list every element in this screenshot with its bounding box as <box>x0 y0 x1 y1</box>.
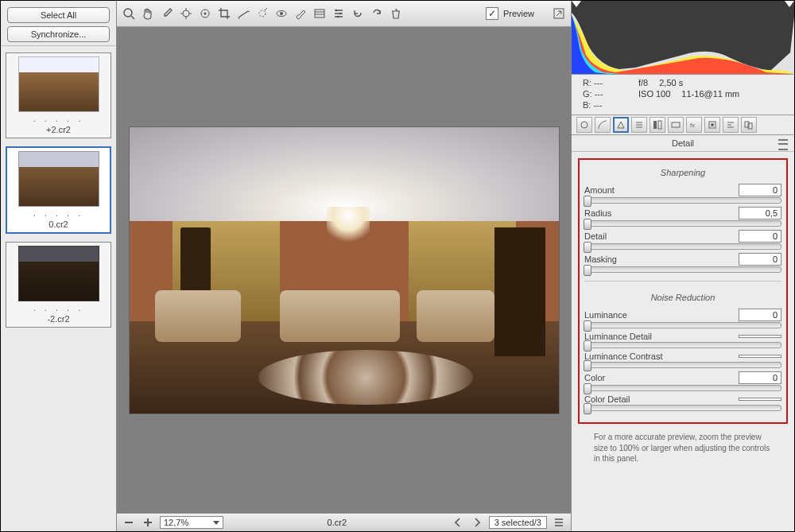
main-preview-image[interactable] <box>129 126 560 414</box>
exif-iso: ISO 100 <box>638 89 670 99</box>
thumb-caption: -2.cr2 <box>47 314 69 324</box>
snapshots-tab-icon[interactable] <box>741 117 757 133</box>
hand-icon[interactable] <box>141 6 155 21</box>
filmstrip-panel: Select All Synchronize... . . . . . +2.c… <box>1 1 117 531</box>
color-detail-input[interactable] <box>739 398 781 401</box>
zoom-icon[interactable] <box>122 6 136 21</box>
highlight-clip-icon[interactable] <box>785 1 794 7</box>
select-all-button[interactable]: Select All <box>7 7 110 23</box>
readout-row: R: --- G: --- B: --- f/8 2,50 s ISO 100 … <box>572 75 794 115</box>
zoom-stepper-minus-icon[interactable] <box>122 515 136 530</box>
zoom-stepper-plus-icon[interactable] <box>141 515 155 530</box>
fx-tab-icon[interactable]: fx <box>686 117 702 133</box>
noise-header: Noise Reduction <box>584 289 781 305</box>
nav-prev-icon[interactable] <box>451 515 465 530</box>
trash-icon[interactable] <box>389 6 403 21</box>
radius-input[interactable]: 0,5 <box>739 207 781 219</box>
exif-shutter: 2,50 s <box>659 78 683 87</box>
thumb-rating: . . . . . <box>33 208 84 218</box>
preview-checkbox[interactable]: ✓ <box>486 7 498 20</box>
lens-tab-icon[interactable] <box>668 117 684 133</box>
masking-slider[interactable] <box>584 266 781 273</box>
detail-highlight-box: Sharpening Amount 0 Radius 0,5 Detail 0 <box>578 158 788 424</box>
adjustment-brush-icon[interactable] <box>293 6 308 21</box>
shadow-clip-icon[interactable] <box>572 1 581 7</box>
thumb-image <box>18 151 99 207</box>
nav-next-icon[interactable] <box>470 515 484 530</box>
wb-eyedropper-icon[interactable] <box>160 6 174 21</box>
straighten-icon[interactable] <box>236 6 250 21</box>
split-tab-icon[interactable] <box>650 117 665 133</box>
amount-input[interactable]: 0 <box>739 184 781 196</box>
svg-point-10 <box>339 13 342 15</box>
menu-icon[interactable] <box>552 515 566 530</box>
svg-rect-8 <box>315 10 324 17</box>
svg-point-9 <box>335 10 338 12</box>
curve-tab-icon[interactable] <box>595 117 611 133</box>
thumbnail[interactable]: . . . . . +2.cr2 <box>6 52 111 138</box>
luminance-detail-label: Luminance Detail <box>584 332 731 341</box>
hsl-tab-icon[interactable] <box>631 117 647 133</box>
svg-point-4 <box>204 13 207 15</box>
spot-removal-icon[interactable] <box>255 6 270 21</box>
exif-aperture: f/8 <box>638 78 648 87</box>
luminance-contrast-label: Luminance Contrast <box>584 351 731 361</box>
color-sampler-icon[interactable] <box>179 6 193 21</box>
svg-rect-14 <box>653 121 657 129</box>
rotate-ccw-icon[interactable] <box>351 6 365 21</box>
luminance-contrast-input[interactable] <box>739 355 781 358</box>
panel-menu-icon[interactable] <box>778 139 788 150</box>
radius-label: Radius <box>584 208 731 218</box>
readout-b: B: --- <box>583 100 638 110</box>
thumb-rating: . . . . . <box>33 114 84 123</box>
svg-point-0 <box>124 9 132 17</box>
masking-label: Masking <box>584 254 731 264</box>
amount-label: Amount <box>584 185 731 195</box>
luminance-slider[interactable] <box>584 322 781 328</box>
readout-g: G: --- <box>583 89 638 99</box>
color-slider[interactable] <box>584 385 781 391</box>
crop-icon[interactable] <box>217 6 231 21</box>
preview-panel: ✓ Preview 12,7% <box>117 1 572 531</box>
detail-input[interactable]: 0 <box>739 230 781 243</box>
luminance-detail-slider[interactable] <box>584 342 781 348</box>
detail-label: Detail <box>584 231 731 241</box>
synchronize-button[interactable]: Synchronize... <box>7 26 110 42</box>
detail-slider[interactable] <box>584 243 781 250</box>
masking-input[interactable]: 0 <box>739 253 781 266</box>
basic-tab-icon[interactable] <box>576 117 592 133</box>
chevron-down-icon <box>213 521 219 525</box>
thumb-image <box>18 246 99 301</box>
color-input[interactable]: 0 <box>739 371 781 384</box>
luminance-input[interactable]: 0 <box>739 309 781 321</box>
prefs-icon[interactable] <box>332 6 346 21</box>
zoom-value: 12,7% <box>164 518 188 527</box>
targeted-adjust-icon[interactable] <box>198 6 212 21</box>
graduated-filter-icon[interactable] <box>312 6 327 21</box>
redeye-icon[interactable] <box>274 6 289 21</box>
histogram[interactable] <box>572 1 794 75</box>
luminance-detail-input[interactable] <box>739 335 781 338</box>
rotate-cw-icon[interactable] <box>370 6 384 21</box>
svg-point-19 <box>711 123 714 126</box>
open-image-icon[interactable] <box>552 6 566 21</box>
thumbnail[interactable]: . . . . . 0.cr2 <box>6 146 111 234</box>
luminance-contrast-slider[interactable] <box>584 362 781 368</box>
current-filename: 0.cr2 <box>228 518 446 527</box>
zoom-select[interactable]: 12,7% <box>160 516 223 529</box>
selection-count: 3 selected/3 <box>489 516 547 529</box>
exif-lens: 11-16@11 mm <box>681 89 739 99</box>
color-detail-slider[interactable] <box>584 405 781 411</box>
presets-tab-icon[interactable] <box>723 117 739 133</box>
radius-slider[interactable] <box>584 220 781 227</box>
bottom-bar: 12,7% 0.cr2 3 selected/3 <box>117 513 571 531</box>
color-detail-label: Color Detail <box>584 394 731 404</box>
calibrate-tab-icon[interactable] <box>704 117 720 133</box>
detail-tab-icon[interactable] <box>613 117 629 133</box>
svg-point-2 <box>183 10 189 17</box>
svg-point-5 <box>259 10 266 17</box>
sharpening-header: Sharpening <box>584 165 781 181</box>
preview-label: Preview <box>503 9 534 18</box>
thumbnail[interactable]: . . . . . -2.cr2 <box>6 242 111 328</box>
amount-slider[interactable] <box>584 197 781 204</box>
